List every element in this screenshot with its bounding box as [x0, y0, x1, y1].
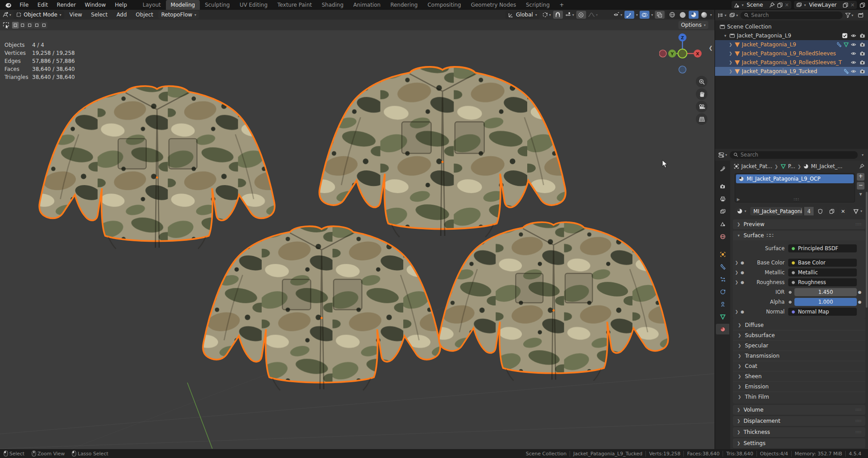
panel-grip[interactable]: ∷∷ [856, 222, 862, 227]
hide-viewport-icon[interactable] [851, 42, 856, 47]
alpha-slider[interactable]: 1.000 [794, 298, 857, 306]
tab-uv-editing[interactable]: UV Editing [235, 0, 273, 10]
panel-preview[interactable]: ❯ Preview ∷∷ [733, 219, 865, 229]
menu-view[interactable]: View [66, 12, 86, 18]
subpanel-transmission[interactable]: ❯Transmission [733, 351, 865, 361]
transform-orientation[interactable]: Global ▾ [505, 11, 540, 19]
expander-icon[interactable]: ❯ [728, 60, 733, 65]
properties-scrollbar[interactable] [866, 192, 868, 308]
tab-texture-paint[interactable]: Texture Paint [273, 0, 317, 10]
zoom-button[interactable] [696, 76, 707, 87]
properties-search[interactable] [730, 151, 858, 159]
tab-layout[interactable]: Layout [138, 0, 166, 10]
outliner-row-collection[interactable]: ▾ Jacket_Patagonia_L9 [715, 31, 868, 40]
move-view-button[interactable] [696, 88, 707, 100]
properties-editor-type-button[interactable]: ▾ [718, 151, 727, 159]
breadcrumb-material[interactable]: MI_Jacket_... [811, 163, 842, 169]
outliner-scene-mode-button[interactable]: ▾ [729, 11, 739, 19]
panel-displacement[interactable]: ❯Displacement ∷∷ [733, 416, 865, 426]
menu-add[interactable]: Add [113, 12, 130, 18]
roughness-field[interactable]: Roughness [788, 278, 857, 286]
normal-field[interactable]: Normal Map [788, 308, 857, 316]
outliner-display-mode-button[interactable]: ▾ [717, 11, 727, 19]
snap-settings-button[interactable]: ▾ [565, 11, 575, 19]
expander-icon[interactable]: ❯ [734, 270, 740, 275]
viewport-3d[interactable]: Objects4 / 4 Vertices19,258 / 19,258 Edg… [0, 30, 715, 449]
expander-icon[interactable]: ❯ [728, 42, 733, 47]
properties-options-dropdown[interactable]: ▾ [860, 153, 865, 157]
tab-view-layer[interactable] [716, 206, 729, 217]
extensions-icon[interactable] [860, 2, 865, 8]
remove-slot-button[interactable]: − [857, 182, 864, 190]
proportional-editing-toggle[interactable] [576, 11, 586, 19]
unlink-material-button[interactable]: ✕ [839, 207, 847, 215]
disable-render-icon[interactable] [860, 51, 865, 56]
select-mode-intersect[interactable] [41, 22, 47, 29]
base-color-field[interactable]: Base Color [788, 259, 857, 267]
slot-list-expand-icon[interactable]: ▶ [737, 197, 740, 202]
tab-object[interactable] [716, 249, 729, 260]
outliner-filter-button[interactable]: ▾ [844, 11, 854, 19]
tab-modeling[interactable]: Modeling [166, 0, 200, 10]
panel-grip[interactable]: ∷∷ [856, 419, 862, 423]
disable-render-icon[interactable] [860, 33, 865, 38]
overlays-toggle[interactable] [640, 11, 649, 19]
panel-volume[interactable]: ❯Volume ∷∷ [733, 405, 865, 415]
tab-object-data[interactable] [716, 311, 729, 322]
tab-physics[interactable] [716, 286, 729, 297]
new-scene-icon[interactable] [777, 2, 783, 8]
add-workspace-button[interactable]: + [554, 0, 569, 10]
tab-output[interactable] [716, 194, 729, 204]
subpanel-emission[interactable]: ❯Emission [733, 381, 865, 392]
anim-decorator[interactable]: ● [857, 300, 863, 304]
tab-world[interactable] [716, 231, 729, 242]
slot-list-grip[interactable]: ∷∷ [794, 197, 799, 202]
shading-dropdown[interactable]: ▾ [710, 13, 712, 17]
snap-toggle[interactable] [553, 11, 563, 19]
panel-grip[interactable]: ∷∷ [767, 232, 773, 239]
duplicate-material-button[interactable] [827, 207, 837, 215]
expander-icon[interactable]: ▾ [723, 33, 727, 38]
expander-icon[interactable]: ❯ [734, 280, 740, 285]
slot-specials-button[interactable]: ▾ [857, 191, 864, 198]
jacket-mesh-2[interactable] [319, 67, 566, 237]
scene-selector[interactable]: ▾ Scene ✕ [732, 1, 791, 9]
tab-particles[interactable] [716, 274, 729, 285]
blender-logo-icon[interactable] [0, 2, 15, 8]
disable-render-icon[interactable] [860, 60, 865, 65]
show-object-types-button[interactable]: ▾ [613, 11, 623, 19]
hide-viewport-icon[interactable] [851, 69, 856, 74]
select-mode-set[interactable] [12, 22, 19, 29]
xray-toggle[interactable] [655, 11, 665, 19]
outliner-row-scene-collection[interactable]: Scene Collection [715, 22, 868, 31]
shading-material-preview-button[interactable] [689, 11, 699, 19]
menu-render[interactable]: Render [52, 0, 80, 10]
panel-settings[interactable]: ❯Settings [733, 438, 865, 448]
subpanel-coat[interactable]: ❯Coat [733, 361, 865, 371]
hide-viewport-icon[interactable] [851, 51, 856, 56]
hide-viewport-icon[interactable] [851, 33, 856, 38]
menu-help[interactable]: Help [110, 0, 131, 10]
select-mode-subtract[interactable] [26, 22, 33, 29]
menu-file[interactable]: File [15, 0, 33, 10]
outliner-row-object[interactable]: ❯ Jacket_Patagonia_L9_RolledSleeves_T [715, 58, 868, 67]
shading-rendered-button[interactable] [699, 11, 709, 19]
jacket-mesh-3[interactable] [203, 226, 440, 390]
subpanel-diffuse[interactable]: ❯Diffuse [733, 320, 865, 330]
active-tool-icon[interactable] [3, 22, 9, 29]
overlays-dropdown[interactable]: ▾ [651, 13, 653, 17]
material-name-field[interactable]: MI_Jacket_Patagonia_L9... [750, 207, 802, 215]
menu-object[interactable]: Object [132, 12, 157, 18]
tab-sculpting[interactable]: Sculpting [200, 0, 235, 10]
outliner-row-object[interactable]: ❯ Jacket_Patagonia_L9_RolledSleeves [715, 49, 868, 58]
options-button[interactable]: Options ▾ [678, 21, 708, 29]
camera-view-button[interactable] [696, 101, 707, 112]
jacket-mesh-4[interactable] [439, 222, 668, 380]
ior-slider[interactable]: 1.450 [794, 288, 857, 296]
sidebar-collapse-arrow[interactable]: ❮ [709, 45, 713, 51]
anim-decorator[interactable]: ● [857, 290, 863, 294]
material-users-count[interactable]: 4 [804, 207, 814, 215]
subpanel-thin-film[interactable]: ❯Thin Film [733, 392, 865, 402]
pivot-point-button[interactable]: ▾ [541, 11, 551, 19]
new-viewlayer-icon[interactable] [843, 2, 848, 8]
